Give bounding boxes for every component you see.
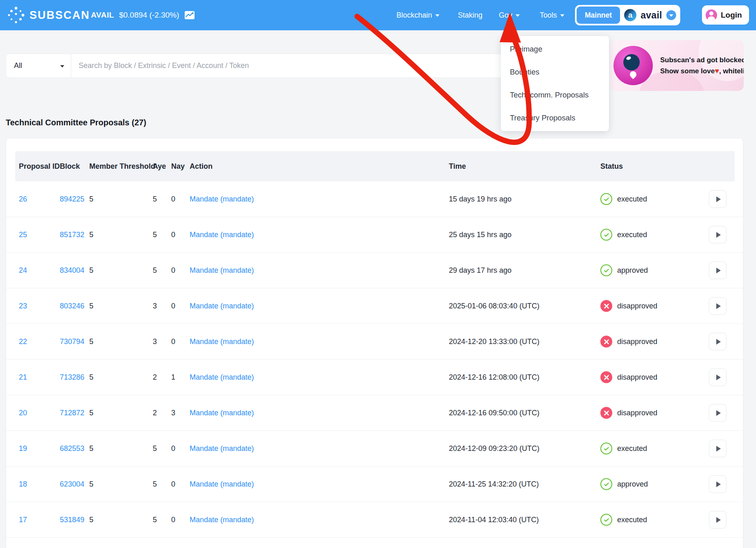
status-badge: disapproved bbox=[600, 336, 657, 348]
expand-row-button[interactable] bbox=[709, 297, 727, 315]
nav-item-tools[interactable]: Tools bbox=[540, 0, 564, 30]
status-label: disapproved bbox=[617, 337, 657, 346]
page-title: Technical Committee Proposals (27) bbox=[6, 118, 146, 127]
subscan-logo[interactable]: SUBSCAN bbox=[7, 0, 90, 30]
member-threshold-value: 5 bbox=[89, 337, 93, 346]
login-label: Login bbox=[721, 11, 742, 20]
expand-row-button[interactable] bbox=[709, 440, 727, 457]
proposal-id-link[interactable]: 22 bbox=[19, 337, 27, 346]
member-threshold-value: 5 bbox=[89, 516, 93, 524]
block-link[interactable]: 712872 bbox=[60, 409, 84, 417]
table-row: Mandate (mandate) bbox=[6, 538, 743, 548]
action-link[interactable]: Mandate (mandate) bbox=[190, 480, 254, 489]
block-link[interactable]: 531849 bbox=[60, 516, 84, 524]
network-name: avail bbox=[641, 10, 662, 21]
cross-circle-icon bbox=[600, 336, 612, 348]
page: SUBSCAN AVAIL $0.0894 (-2.30%) Blockchai… bbox=[0, 0, 756, 548]
play-icon bbox=[716, 517, 721, 523]
time-value: 2024-12-16 09:50:00 (UTC) bbox=[449, 409, 539, 417]
nav-item-staking[interactable]: Staking bbox=[458, 0, 482, 30]
check-circle-icon bbox=[600, 229, 612, 241]
block-link[interactable]: 834004 bbox=[60, 266, 84, 275]
action-link[interactable]: Mandate (mandate) bbox=[190, 373, 254, 382]
mainnet-button[interactable]: Mainnet bbox=[577, 7, 620, 24]
status-badge: executed bbox=[600, 443, 647, 455]
action-link[interactable]: Mandate (mandate) bbox=[190, 337, 254, 346]
menu-item-bounties[interactable]: Bounties bbox=[501, 61, 609, 84]
token-price-value: $0.0894 (-2.30%) bbox=[119, 11, 179, 20]
nay-value: 0 bbox=[171, 195, 175, 204]
search-filter-select[interactable]: All bbox=[6, 54, 71, 77]
nay-value: 0 bbox=[171, 516, 175, 524]
check-circle-icon bbox=[600, 443, 612, 455]
nav-item-label: Tools bbox=[540, 11, 557, 20]
column-header-action: Action bbox=[190, 162, 213, 171]
action-link[interactable]: Mandate (mandate) bbox=[190, 302, 254, 310]
expand-row-button[interactable] bbox=[709, 404, 727, 422]
menu-item-preimage[interactable]: Preimage bbox=[501, 38, 609, 61]
action-link[interactable]: Mandate (mandate) bbox=[190, 444, 254, 453]
chevron-down-icon bbox=[516, 14, 520, 17]
nav-item-gov[interactable]: Gov bbox=[499, 0, 520, 30]
proposal-id-link[interactable]: 26 bbox=[19, 195, 27, 204]
expand-row-button[interactable] bbox=[709, 262, 727, 279]
login-button[interactable]: Login bbox=[702, 5, 749, 25]
expand-row-button[interactable] bbox=[709, 369, 727, 386]
nay-value: 0 bbox=[171, 266, 175, 275]
expand-row-button[interactable] bbox=[709, 511, 727, 529]
play-icon bbox=[716, 196, 721, 202]
block-link[interactable]: 682553 bbox=[60, 444, 84, 453]
aye-value: 3 bbox=[153, 337, 157, 346]
proposal-id-link[interactable]: 25 bbox=[19, 231, 27, 239]
expand-row-button[interactable] bbox=[709, 476, 727, 493]
ad-line2: Show some love♥, whitelist us? bbox=[660, 66, 744, 77]
nay-value: 0 bbox=[171, 444, 175, 453]
block-link[interactable]: 730794 bbox=[60, 337, 84, 346]
proposal-id-link[interactable]: 23 bbox=[19, 302, 27, 310]
check-circle-icon bbox=[600, 514, 612, 526]
proposal-id-link[interactable]: 20 bbox=[19, 409, 27, 417]
block-link[interactable]: 851732 bbox=[60, 231, 84, 239]
status-label: approved bbox=[617, 266, 648, 275]
action-link[interactable]: Mandate (mandate) bbox=[190, 266, 254, 275]
menu-item-tech-comm-proposals[interactable]: Tech. comm. Proposals bbox=[501, 84, 609, 106]
member-threshold-value: 5 bbox=[89, 302, 93, 310]
block-link[interactable]: 713286 bbox=[60, 373, 84, 382]
action-link[interactable]: Mandate (mandate) bbox=[190, 516, 254, 524]
proposal-id-link[interactable]: 17 bbox=[19, 516, 27, 524]
avail-logo-icon: a bbox=[624, 9, 636, 21]
status-badge: approved bbox=[600, 265, 648, 276]
table-row: 25851732550Mandate (mandate)25 days 15 h… bbox=[6, 217, 743, 253]
expand-row-button[interactable] bbox=[709, 190, 727, 208]
aye-value: 5 bbox=[153, 480, 157, 489]
nay-value: 1 bbox=[171, 373, 175, 382]
block-link[interactable]: 894225 bbox=[60, 195, 84, 204]
aye-value: 5 bbox=[153, 195, 157, 204]
play-icon bbox=[716, 267, 721, 273]
member-threshold-value: 5 bbox=[89, 373, 93, 382]
cross-circle-icon bbox=[600, 300, 612, 312]
block-link[interactable]: 803246 bbox=[60, 302, 84, 310]
status-badge: disapproved bbox=[600, 300, 657, 312]
check-circle-icon bbox=[600, 193, 612, 205]
proposal-id-link[interactable]: 19 bbox=[19, 444, 27, 453]
proposal-id-link[interactable]: 24 bbox=[19, 266, 27, 275]
table-row: 23803246530Mandate (mandate)2025-01-06 0… bbox=[6, 288, 743, 324]
column-header-member-threshold: Member Threshold bbox=[89, 162, 155, 171]
table-row: 26894225550Mandate (mandate)15 days 19 h… bbox=[6, 181, 743, 217]
action-link[interactable]: Mandate (mandate) bbox=[190, 409, 254, 417]
nav-item-blockchain[interactable]: Blockchain bbox=[396, 0, 439, 30]
column-header-time: Time bbox=[449, 162, 466, 171]
block-link[interactable]: 623004 bbox=[60, 480, 84, 489]
proposal-id-link[interactable]: 18 bbox=[19, 480, 27, 489]
network-chevron-down-icon[interactable] bbox=[666, 10, 676, 20]
expand-row-button[interactable] bbox=[709, 333, 727, 351]
action-link[interactable]: Mandate (mandate) bbox=[190, 231, 254, 239]
status-label: executed bbox=[617, 444, 647, 453]
proposal-id-link[interactable]: 21 bbox=[19, 373, 27, 382]
subscan-logo-icon bbox=[7, 6, 25, 25]
expand-row-button[interactable] bbox=[709, 226, 727, 244]
menu-item-treasury-proposals[interactable]: Treasury Proposals bbox=[501, 106, 609, 129]
action-link[interactable]: Mandate (mandate) bbox=[190, 195, 254, 204]
price-chart-icon[interactable] bbox=[184, 11, 195, 20]
